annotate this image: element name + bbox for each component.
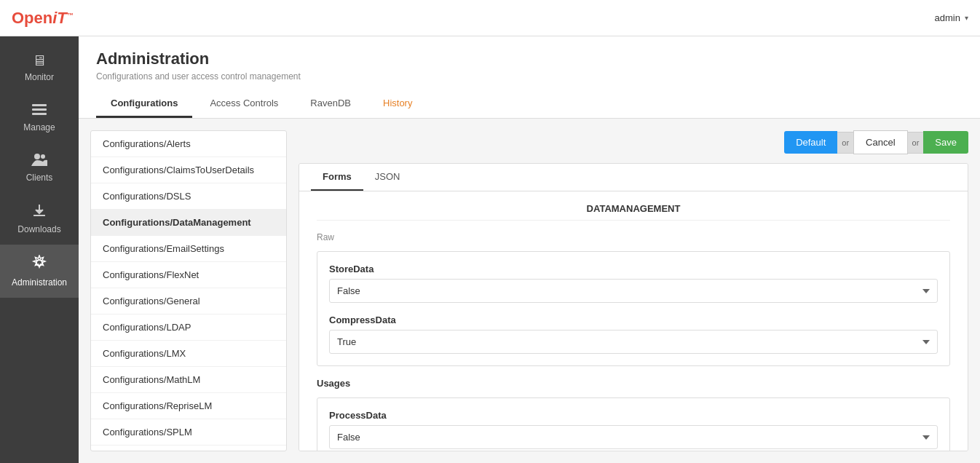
clients-icon: [31, 153, 47, 170]
sidebar-item-label: Manage: [23, 122, 55, 132]
form-content: DATAMANAGEMENT Raw StoreData False: [299, 191, 968, 451]
config-item-lmx[interactable]: Configurations/LMX: [91, 341, 286, 367]
logo-main: Open: [12, 9, 52, 27]
section-title: DATAMANAGEMENT: [317, 203, 950, 221]
content-area: Administration Configurations and user a…: [79, 36, 980, 463]
svg-point-3: [34, 154, 40, 159]
action-bar: Default or Cancel or Save: [299, 130, 968, 154]
user-label: admin: [935, 12, 960, 23]
config-item-alerts[interactable]: Configurations/Alerts: [91, 131, 286, 157]
topbar: OpeniT™ admin ▾: [0, 0, 980, 36]
store-data-select[interactable]: False True: [329, 279, 938, 303]
page-header: Administration Configurations and user a…: [79, 36, 980, 119]
sub-tab-json[interactable]: JSON: [363, 164, 412, 191]
svg-rect-1: [32, 108, 47, 111]
store-data-field: StoreData False True: [329, 264, 938, 303]
tab-history[interactable]: History: [368, 90, 427, 118]
sub-tab-forms[interactable]: Forms: [311, 164, 363, 191]
page-subtitle: Configurations and user access control m…: [96, 71, 963, 82]
main-layout: 🖥 Monitor Manage Clie: [0, 36, 980, 463]
config-item-dsls[interactable]: Configurations/DSLS: [91, 183, 286, 210]
sidebar-item-label: Monitor: [25, 72, 54, 82]
process-data-label: ProcessData: [329, 410, 938, 421]
sidebar-item-administration[interactable]: Administration: [0, 245, 79, 298]
process-data-select[interactable]: False True: [329, 425, 938, 449]
user-menu[interactable]: admin ▾: [935, 12, 968, 23]
inner-content: Configurations/Alerts Configurations/Cla…: [79, 119, 980, 463]
sidebar-item-label: Administration: [12, 277, 67, 288]
raw-section-group: StoreData False True CompressData: [317, 251, 950, 366]
config-item-ldap[interactable]: Configurations/LDAP: [91, 314, 286, 341]
default-button[interactable]: Default: [784, 131, 837, 154]
sidebar-item-label: Downloads: [17, 224, 60, 234]
save-button[interactable]: Save: [923, 131, 968, 154]
config-item-claims[interactable]: Configurations/ClaimsToUserDetails: [91, 157, 286, 183]
or-divider-2: or: [908, 132, 924, 154]
monitor-icon: 🖥: [32, 52, 47, 69]
tab-configurations[interactable]: Configurations: [96, 90, 192, 118]
sub-tabs: Forms JSON: [299, 164, 968, 191]
tab-access-controls[interactable]: Access Controls: [195, 90, 293, 118]
config-item-mathlm[interactable]: Configurations/MathLM: [91, 367, 286, 393]
svg-rect-0: [32, 104, 47, 106]
or-divider-1: or: [837, 132, 853, 154]
usages-section-group: ProcessData False True: [317, 397, 950, 451]
logo-highlight: iT: [52, 9, 67, 27]
cancel-button[interactable]: Cancel: [853, 130, 907, 154]
sidebar-item-label: Clients: [26, 173, 53, 183]
config-item-datamanagement[interactable]: Configurations/DataManagement: [91, 210, 286, 236]
user-chevron-icon: ▾: [965, 14, 968, 22]
page-title: Administration: [96, 50, 963, 68]
manage-icon: [32, 103, 47, 119]
store-data-label: StoreData: [329, 264, 938, 274]
right-panel: Default or Cancel or Save Forms JSON DAT: [299, 130, 968, 451]
config-item-repriselm[interactable]: Configurations/RepriseLM: [91, 393, 286, 419]
main-tabs: Configurations Access Controls RavenDB H…: [96, 90, 963, 118]
svg-rect-6: [33, 215, 45, 216]
left-panel: Configurations/Alerts Configurations/Cla…: [90, 130, 287, 451]
sidebar: 🖥 Monitor Manage Clie: [0, 36, 79, 463]
tab-ravendb[interactable]: RavenDB: [296, 90, 365, 118]
process-data-field: ProcessData False True: [329, 410, 938, 449]
form-panel: Forms JSON DATAMANAGEMENT Raw: [299, 163, 968, 451]
usages-label: Usages: [317, 378, 950, 389]
logo: OpeniT™: [12, 9, 74, 28]
sidebar-item-manage[interactable]: Manage: [0, 92, 79, 143]
logo-text: OpeniT™: [12, 9, 74, 28]
sidebar-item-downloads[interactable]: Downloads: [0, 193, 79, 245]
compress-data-field: CompressData False True: [329, 314, 938, 354]
config-item-emailsettings[interactable]: Configurations/EmailSettings: [91, 236, 286, 262]
raw-label: Raw: [317, 232, 950, 242]
compress-data-select[interactable]: False True: [329, 330, 938, 354]
config-item-flexnet[interactable]: Configurations/FlexNet: [91, 262, 286, 288]
downloads-icon: [32, 203, 47, 221]
svg-point-4: [41, 154, 45, 159]
logo-tm: ™: [67, 11, 74, 18]
config-item-splm[interactable]: Configurations/SPLM: [91, 419, 286, 446]
administration-icon: [31, 255, 47, 274]
svg-rect-2: [32, 113, 47, 115]
config-item-general[interactable]: Configurations/General: [91, 288, 286, 314]
sidebar-item-monitor[interactable]: 🖥 Monitor: [0, 42, 79, 92]
sidebar-item-clients[interactable]: Clients: [0, 143, 79, 193]
compress-data-label: CompressData: [329, 314, 938, 325]
